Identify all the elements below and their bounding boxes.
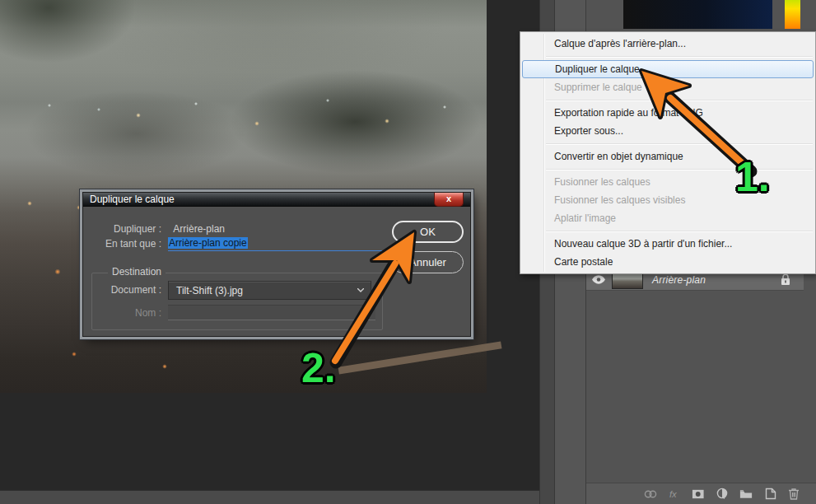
menu-item-calque-dapres-arriere-plan[interactable]: Calque d'après l'arrière-plan... (520, 35, 815, 53)
duplicate-label: Dupliquer : (83, 223, 161, 235)
menu-separator (546, 56, 813, 57)
menu-item-fusionner-les-calques: Fusionner les calques (520, 173, 815, 191)
layer-name: Arrière-plan (652, 274, 706, 286)
lock-icon (779, 273, 792, 286)
link-icon[interactable] (644, 488, 657, 500)
cancel-button[interactable]: Annuler (392, 251, 464, 273)
dialog-title: Dupliquer le calque (90, 194, 175, 205)
trash-icon[interactable] (787, 488, 800, 500)
as-label: En tant que : (83, 238, 161, 250)
document-row: Document : (83, 284, 161, 296)
fx-icon[interactable]: fx (668, 488, 681, 500)
menu-item-nouveau-calque-3d[interactable]: Nouveau calque 3D à partir d'un fichier.… (520, 235, 815, 253)
duplicate-layer-dialog: Dupliquer le calque x Dupliquer : Arrièr… (82, 192, 471, 337)
photoshop-window: Arrière-plan fx (0, 0, 816, 504)
svg-text:fx: fx (669, 488, 677, 498)
menu-separator (546, 169, 813, 170)
document-dropdown-value: Tilt-Shift (3).jpg (176, 285, 243, 296)
menu-item-aplatir-image: Aplatir l'image (520, 209, 815, 227)
menu-item-exportation-rapide[interactable]: Exportation rapide au format PNG (520, 104, 815, 122)
layers-panel-footer: fx (586, 483, 816, 504)
dialog-title-bar[interactable]: Dupliquer le calque x (83, 193, 470, 207)
menu-item-dupliquer-le-calque[interactable]: Dupliquer le calque... (522, 60, 814, 78)
ok-button[interactable]: OK (392, 221, 464, 243)
menu-item-carte-postale[interactable]: Carte postale (520, 253, 815, 271)
name-row: Nom : (83, 307, 161, 319)
adjustment-layer-icon[interactable] (716, 488, 729, 500)
new-layer-icon[interactable] (763, 488, 776, 500)
menu-item-exporter-sous[interactable]: Exporter sous... (520, 122, 815, 140)
document-status-bar (0, 490, 539, 504)
document-label: Document : (83, 284, 161, 296)
name-input (168, 305, 375, 320)
as-name-input[interactable]: Arrière-plan copie (168, 236, 396, 251)
destination-legend: Destination (108, 266, 166, 278)
menu-item-fusionner-calques-visibles: Fusionner les calques visibles (520, 191, 815, 209)
duplicate-row: Dupliquer : Arrière-plan (83, 223, 225, 235)
gradient-bar-swatch (785, 0, 800, 29)
close-button[interactable]: x (434, 193, 464, 207)
duplicate-value: Arrière-plan (173, 223, 225, 235)
menu-item-convertir-objet-dynamique[interactable]: Convertir en objet dynamique (520, 147, 815, 166)
gradient-preview-swatch (623, 0, 772, 29)
document-dropdown[interactable]: Tilt-Shift (3).jpg (168, 281, 371, 300)
layer-mask-icon[interactable] (692, 488, 705, 500)
name-label: Nom : (83, 307, 161, 319)
eye-icon[interactable] (592, 273, 605, 286)
as-row: En tant que : (83, 238, 161, 250)
menu-separator (546, 231, 813, 231)
as-name-selected-text: Arrière-plan copie (168, 237, 248, 249)
menu-separator (546, 100, 813, 100)
menu-separator (546, 143, 813, 144)
chevron-down-icon (357, 288, 364, 292)
menu-item-supprimer-le-calque: Supprimer le calque (520, 78, 815, 96)
layer-context-menu: Calque d'après l'arrière-plan... Dupliqu… (520, 31, 816, 274)
step-2-badge: 2. (301, 344, 336, 392)
group-icon[interactable] (739, 488, 753, 500)
step-1-badge: 1. (735, 153, 770, 201)
